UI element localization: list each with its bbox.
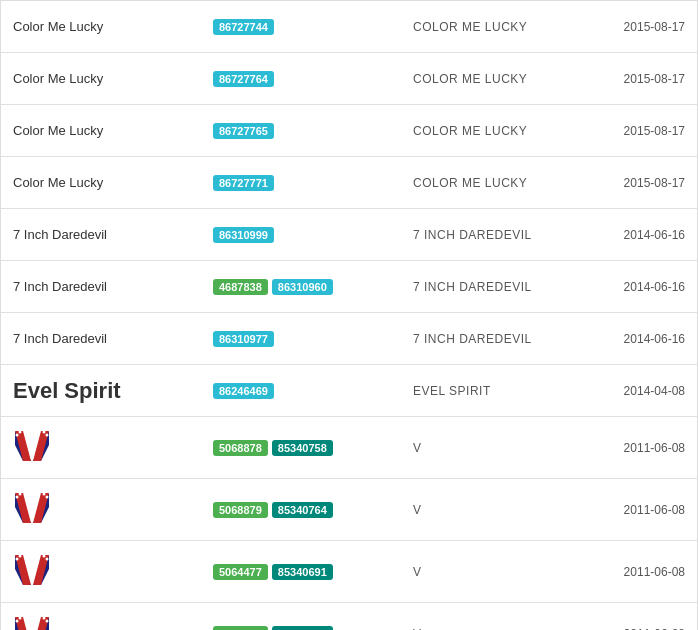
row-badges: 86310999: [213, 227, 413, 243]
svg-point-26: [43, 555, 46, 558]
badge[interactable]: 5068878: [213, 440, 268, 456]
row-badges: 86727765: [213, 123, 413, 139]
row-date: 2014-06-16: [585, 332, 685, 346]
results-table: Color Me Lucky86727744COLOR ME LUCKY2015…: [0, 0, 698, 630]
svg-point-13: [19, 493, 22, 496]
svg-point-34: [46, 620, 49, 623]
table-row: 506887985340764V2011-06-08: [1, 479, 697, 541]
badge[interactable]: 86727771: [213, 175, 274, 191]
row-date: 2015-08-17: [585, 20, 685, 34]
row-badges: 86727744: [213, 19, 413, 35]
table-row: Color Me Lucky86727744COLOR ME LUCKY2015…: [1, 1, 697, 53]
row-title: COLOR ME LUCKY: [413, 124, 585, 138]
svg-point-17: [43, 493, 46, 496]
table-row: 506447785340691V2011-06-08: [1, 541, 697, 603]
row-title: V: [413, 441, 585, 455]
badge[interactable]: 5064477: [213, 564, 268, 580]
row-date: 2011-06-08: [585, 565, 685, 579]
table-row: 7 Inch Daredevil863109997 INCH DAREDEVIL…: [1, 209, 697, 261]
row-title: COLOR ME LUCKY: [413, 176, 585, 190]
row-title: EVEL SPIRIT: [413, 384, 585, 398]
badge[interactable]: 86727744: [213, 19, 274, 35]
row-title: 7 INCH DAREDEVIL: [413, 280, 585, 294]
row-date: 2011-06-08: [585, 503, 685, 517]
row-date: 2011-06-08: [585, 627, 685, 631]
row-badges: 86246469: [213, 383, 413, 399]
row-title: 7 INCH DAREDEVIL: [413, 228, 585, 242]
row-name: Color Me Lucky: [13, 71, 213, 86]
row-title: V: [413, 627, 585, 631]
row-date: 2015-08-17: [585, 176, 685, 190]
row-name: 7 Inch Daredevil: [13, 279, 213, 294]
row-title: COLOR ME LUCKY: [413, 72, 585, 86]
row-date: 2014-06-16: [585, 280, 685, 294]
row-name: 7 Inch Daredevil: [13, 331, 213, 346]
badge[interactable]: 86727765: [213, 123, 274, 139]
svg-point-7: [46, 434, 49, 437]
row-date: 2011-06-08: [585, 441, 685, 455]
row-title: V: [413, 565, 585, 579]
svg-point-25: [46, 558, 49, 561]
row-badges: 468783886310960: [213, 279, 413, 295]
row-badges: 506447785340691: [213, 564, 413, 580]
svg-point-21: [16, 558, 19, 561]
row-name: 7 Inch Daredevil: [13, 227, 213, 242]
row-name: Evel Spirit: [13, 378, 213, 404]
table-row: Evel Spirit86246469EVEL SPIRIT2014-04-08: [1, 365, 697, 417]
svg-point-3: [16, 434, 19, 437]
svg-point-4: [19, 431, 22, 434]
badge[interactable]: 85340758: [272, 440, 333, 456]
row-name: [13, 613, 213, 630]
badge[interactable]: 86310999: [213, 227, 274, 243]
badge[interactable]: 86310977: [213, 331, 274, 347]
badge[interactable]: 85340709: [272, 626, 333, 631]
table-row: Color Me Lucky86727771COLOR ME LUCKY2015…: [1, 157, 697, 209]
table-row: 7 Inch Daredevil4687838863109607 INCH DA…: [1, 261, 697, 313]
badge[interactable]: 85340764: [272, 502, 333, 518]
row-name: Color Me Lucky: [13, 175, 213, 190]
row-date: 2014-04-08: [585, 384, 685, 398]
row-name: [13, 551, 213, 592]
row-name: Color Me Lucky: [13, 19, 213, 34]
svg-point-35: [43, 617, 46, 620]
row-badges: 86310977: [213, 331, 413, 347]
row-badges: 86727764: [213, 71, 413, 87]
badge[interactable]: 5068879: [213, 502, 268, 518]
svg-point-16: [46, 496, 49, 499]
badge[interactable]: 4822307: [213, 626, 268, 631]
row-title: V: [413, 503, 585, 517]
svg-point-30: [16, 620, 19, 623]
row-name: [13, 489, 213, 530]
table-row: 7 Inch Daredevil863109777 INCH DAREDEVIL…: [1, 313, 697, 365]
row-date: 2015-08-17: [585, 72, 685, 86]
row-badges: 86727771: [213, 175, 413, 191]
badge[interactable]: 86727764: [213, 71, 274, 87]
row-date: 2015-08-17: [585, 124, 685, 138]
row-badges: 506887885340758: [213, 440, 413, 456]
svg-point-8: [43, 431, 46, 434]
badge[interactable]: 86246469: [213, 383, 274, 399]
row-badges: 482230785340709: [213, 626, 413, 631]
row-date: 2014-06-16: [585, 228, 685, 242]
row-badges: 506887985340764: [213, 502, 413, 518]
badge[interactable]: 85340691: [272, 564, 333, 580]
svg-point-12: [16, 496, 19, 499]
badge[interactable]: 86310960: [272, 279, 333, 295]
row-title: 7 INCH DAREDEVIL: [413, 332, 585, 346]
row-name: [13, 427, 213, 468]
row-title: COLOR ME LUCKY: [413, 20, 585, 34]
table-row: Color Me Lucky86727764COLOR ME LUCKY2015…: [1, 53, 697, 105]
table-row: Color Me Lucky86727765COLOR ME LUCKY2015…: [1, 105, 697, 157]
svg-point-22: [19, 555, 22, 558]
table-row: 482230785340709V2011-06-08: [1, 603, 697, 630]
svg-point-31: [19, 617, 22, 620]
row-name: Color Me Lucky: [13, 123, 213, 138]
badge[interactable]: 4687838: [213, 279, 268, 295]
table-row: 506887885340758V2011-06-08: [1, 417, 697, 479]
